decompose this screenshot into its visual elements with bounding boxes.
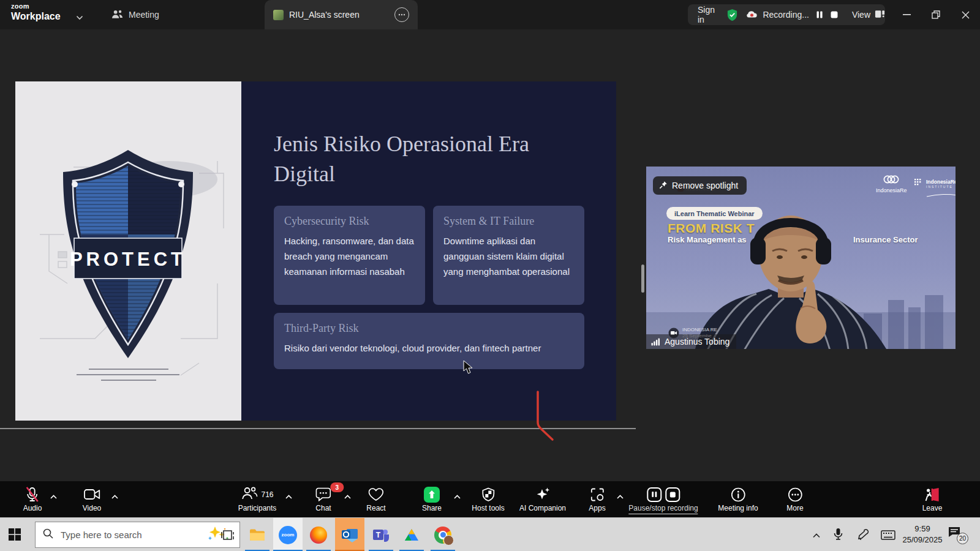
restore-button[interactable]	[922, 0, 950, 29]
card-cybersecurity-risk: Cybersecurity Risk Hacking, ransomware, …	[274, 206, 425, 305]
remove-spotlight-button[interactable]: Remove spotlight	[653, 176, 747, 195]
view-layout-icon	[875, 10, 885, 20]
taskbar-chrome[interactable]	[428, 518, 458, 551]
host-tools-shield-icon	[481, 486, 495, 503]
shared-screen-thumbnail-icon	[273, 10, 284, 20]
taskbar-firefox[interactable]	[304, 518, 333, 551]
participants-count: 716	[261, 490, 273, 499]
tab-shared-screen[interactable]: RIU_Alsa's screen	[265, 0, 418, 29]
sign-in-button[interactable]: Sign in	[698, 5, 715, 24]
ai-companion-button[interactable]: AI Companion	[519, 481, 566, 517]
host-tools-button[interactable]: Host tools	[472, 481, 504, 517]
meeting-info-button[interactable]: Meeting info	[718, 481, 758, 517]
recording-indicator: Recording...	[745, 9, 809, 20]
share-options-chevron[interactable]	[454, 490, 461, 501]
brand-zoom: zoom	[11, 3, 61, 10]
notification-count-badge: 20	[957, 533, 968, 544]
mouse-cursor	[463, 360, 474, 375]
video-button[interactable]: Video	[83, 481, 101, 517]
apps-icon	[590, 486, 605, 503]
chat-button[interactable]: Chat 3	[315, 481, 331, 517]
minimize-button[interactable]	[892, 0, 921, 29]
card-body: Risiko dari vendor teknologi, cloud prov…	[284, 340, 574, 356]
slide-shield-panel: PROTECT	[15, 81, 241, 421]
task-view-icon	[221, 528, 235, 542]
tab-options-ellipsis-icon[interactable]	[394, 7, 409, 22]
titlebar-status-cluster: Sign in Recording... View	[688, 4, 885, 25]
protect-shield-illustration: PROTECT	[15, 81, 241, 421]
teams-icon: T	[372, 527, 390, 543]
video-options-chevron[interactable]	[111, 490, 118, 501]
slide-text-panel: Jenis Risiko Operasional Era Digital Cyb…	[241, 81, 616, 421]
share-screen-icon	[424, 487, 440, 503]
search-icon	[43, 528, 53, 541]
tab-meeting[interactable]: Meeting	[105, 0, 165, 29]
participants-button[interactable]: 716 Participants	[238, 481, 277, 517]
workspace-chevron-down-icon[interactable]	[76, 12, 83, 23]
zoom-workplace-window: zoom Workplace Meeting RIU_Alsa's screen…	[0, 0, 980, 551]
task-view-button[interactable]	[213, 518, 243, 551]
audio-options-chevron[interactable]	[50, 490, 57, 501]
taskbar-file-explorer[interactable]	[243, 518, 272, 551]
view-button[interactable]: View	[852, 10, 885, 20]
google-drive-icon	[404, 528, 419, 541]
chat-options-chevron[interactable]	[344, 490, 351, 501]
camera-icon	[83, 486, 100, 503]
leave-button[interactable]: Leave	[922, 481, 943, 517]
taskbar-outlook[interactable]	[335, 518, 364, 551]
taskbar-clock[interactable]: 9:59 25/09/2025	[895, 523, 949, 545]
ai-sparkle-icon	[535, 486, 550, 503]
apps-options-chevron[interactable]	[617, 490, 624, 501]
tray-touch-keyboard-icon[interactable]	[881, 530, 895, 542]
search-input[interactable]	[59, 529, 204, 541]
info-icon	[731, 486, 745, 503]
share-button[interactable]: Share	[422, 481, 442, 517]
red-annotation-stroke	[521, 391, 570, 446]
meeting-content-area: PROTECT Jenis Risiko Operasional Era Dig…	[0, 29, 980, 481]
participants-options-chevron[interactable]	[285, 490, 292, 501]
card-third-party-risk: Third-Party Risk Risiko dari vendor tekn…	[274, 313, 584, 369]
taskbar-teams[interactable]: T	[366, 518, 396, 551]
apps-button[interactable]: Apps	[589, 481, 605, 517]
more-button[interactable]: More	[786, 481, 803, 517]
react-button[interactable]: React	[366, 481, 385, 517]
chat-icon	[315, 486, 331, 503]
file-explorer-icon	[249, 528, 265, 541]
browser-profile-avatar	[443, 535, 454, 545]
shared-presentation-slide: PROTECT Jenis Risiko Operasional Era Dig…	[15, 81, 616, 421]
tray-date: 25/09/2025	[895, 534, 949, 545]
close-button[interactable]	[951, 0, 979, 29]
pause-stop-recording-button[interactable]: Pause/stop recording	[628, 481, 698, 517]
participants-icon	[241, 486, 257, 503]
card-body: Hacking, ransomware, dan data breach yan…	[284, 233, 415, 279]
slide-title: Jenis Risiko Operasional Era Digital	[274, 129, 580, 189]
taskbar-google-drive[interactable]	[397, 518, 426, 551]
svg-text:T: T	[376, 531, 381, 539]
firefox-icon	[310, 527, 327, 544]
tray-show-hidden-icons-chevron[interactable]	[812, 530, 821, 541]
taskbar-zoom-app[interactable]: zoom	[273, 518, 303, 551]
tray-microphone-icon[interactable]	[834, 528, 843, 543]
taskbar-search[interactable]	[35, 522, 240, 548]
meeting-toolbar: Audio Video 716 Participants	[0, 481, 980, 517]
zoom-app-icon: zoom	[279, 526, 297, 544]
zoom-workplace-logo: zoom Workplace	[11, 3, 61, 21]
audio-level-icon	[651, 338, 660, 346]
shared-screen-scrollbar[interactable]	[641, 264, 644, 293]
stop-recording-button[interactable]	[830, 10, 839, 19]
window-titlebar: zoom Workplace Meeting RIU_Alsa's screen…	[0, 0, 980, 29]
pause-recording-button[interactable]	[815, 10, 824, 19]
action-center-button[interactable]: 20	[948, 527, 969, 544]
card-title: Third-Party Risk	[284, 322, 574, 335]
pause-recording-icon[interactable]	[647, 487, 662, 502]
chat-unread-badge: 3	[330, 482, 344, 492]
security-shield-check-icon[interactable]	[726, 9, 738, 21]
audio-button[interactable]: Audio	[23, 481, 42, 517]
card-title: Cybersecurity Risk	[284, 215, 415, 228]
spotlight-video-tile[interactable]: Indonesia IndonesiaRe IndonesiaRe INSTIT…	[646, 167, 956, 349]
tab-screen-label: RIU_Alsa's screen	[289, 10, 360, 20]
tray-windows-ink-icon[interactable]	[857, 529, 869, 542]
start-button[interactable]	[9, 528, 21, 543]
stop-recording-icon[interactable]	[665, 487, 680, 502]
meeting-people-icon	[111, 9, 123, 21]
